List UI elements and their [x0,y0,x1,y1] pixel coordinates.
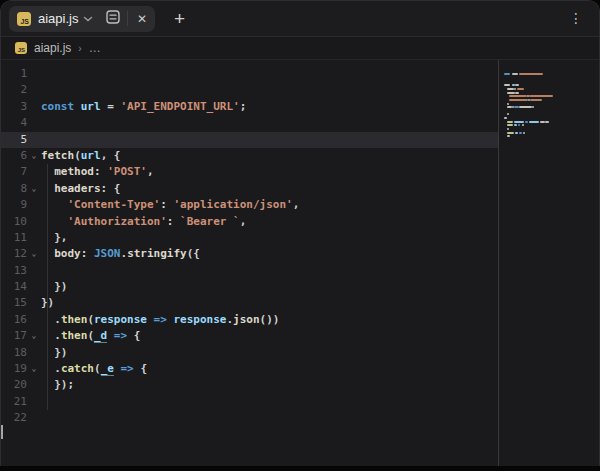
code-line[interactable]: 22 [1,410,498,426]
fold-chevron-icon[interactable]: ⌄ [27,361,41,377]
fold-chevron-icon[interactable]: ⌄ [27,148,41,164]
minimap-line [512,73,518,75]
code-token: , [147,165,154,178]
code-line[interactable]: 10 'Authorization': `Bearer `, [1,214,498,230]
fold-gutter-spacer [27,66,41,82]
fold-chevron-icon[interactable]: ⌄ [27,328,41,344]
code-line[interactable]: 2 [1,82,498,98]
fold-gutter-spacer [27,197,41,213]
fold-gutter-spacer [27,82,41,98]
code-text: .then(response => response.json()) [41,312,498,328]
minimap[interactable] [499,60,599,466]
line-number: 16 [1,312,27,328]
line-number: 14 [1,279,27,295]
editor-window: JS aiapi.js ✕ + ⋮ JS aiapi.js › … 123con [0,0,600,466]
code-token: 'POST' [107,165,147,178]
tab-label: aiapi.js [38,11,78,26]
code-token [41,215,68,228]
minimap-line [514,124,517,126]
fold-gutter-spacer [27,312,41,328]
minimap-line [504,73,510,75]
code-token: = [101,100,121,113]
code-token: { [134,329,141,342]
code-token: , [240,215,247,228]
code-line[interactable]: 17⌄ .then(_d => { [1,328,498,344]
code-text: fetch(url, { [41,148,498,164]
fold-chevron-icon[interactable]: ⌄ [27,246,41,262]
code-line[interactable]: 12⌄ body: JSON.stringify({ [1,246,498,262]
code-editor[interactable]: 123const url = 'API_ENDPOINT_URL';456⌄fe… [1,60,599,466]
code-token: then [61,313,88,326]
code-line[interactable]: 3const url = 'API_ENDPOINT_URL'; [1,99,498,115]
code-line[interactable]: 21 [1,394,498,410]
code-line[interactable]: 19⌄ .catch(_e => { [1,361,498,377]
minimap-line [507,128,510,130]
minimap-line [517,88,525,90]
code-text [41,263,498,279]
code-token: ( [94,362,101,375]
code-line[interactable]: 14 }) [1,279,498,295]
line-number: 9 [1,197,27,213]
code-token: }) [41,346,68,359]
kebab-menu-icon[interactable]: ⋮ [566,8,586,28]
breadcrumb-file[interactable]: aiapi.js [34,41,71,55]
editor-preview-icon[interactable] [106,10,120,28]
breadcrumb-symbol-ellipsis[interactable]: … [89,41,102,55]
code-line[interactable]: 4 [1,115,498,131]
code-line[interactable]: 1 [1,66,498,82]
minimap-line [515,84,519,86]
code-text: }) [41,295,498,311]
code-token: _d [94,329,107,343]
code-token: 'Authorization' [68,215,167,228]
code-token: , { [101,149,121,162]
new-tab-button[interactable]: + [168,8,190,30]
line-number: 3 [1,99,27,115]
tab-aiapi-js[interactable]: JS aiapi.js ✕ [9,6,155,32]
code-line[interactable]: 7 method: 'POST', [1,164,498,180]
minimap-line [507,103,510,105]
line-number: 17 [1,328,27,344]
line-number: 8 [1,181,27,197]
code-text [41,394,498,410]
code-text: }, [41,230,498,246]
fold-gutter-spacer [27,263,41,279]
fold-chevron-icon[interactable]: ⌄ [27,181,41,197]
code-token: 'application/json' [173,198,292,211]
code-token: ( [87,313,94,326]
chevron-down-icon[interactable] [83,15,93,23]
code-line[interactable]: 15}) [1,295,498,311]
close-tab-icon[interactable]: ✕ [128,6,155,32]
code-token: => [147,313,174,326]
code-line[interactable]: 9 'Content-Type': 'application/json', [1,197,498,213]
code-line[interactable]: 5 [1,132,498,148]
line-number: 6 [1,148,27,164]
code-line[interactable]: 11 }, [1,230,498,246]
minimap-line [507,92,516,94]
minimap-line [515,92,519,94]
fold-gutter-spacer [27,132,41,148]
minimap-line [545,121,549,123]
code-line[interactable]: 16 .then(response => response.json()) [1,312,498,328]
line-number: 21 [1,394,27,410]
code-line[interactable]: 13 [1,263,498,279]
code-token: ; [240,100,247,113]
code-text [41,66,498,82]
code-line[interactable]: 6⌄fetch(url, { [1,148,498,164]
line-number: 4 [1,115,27,131]
code-line[interactable]: 20 }); [1,377,498,393]
line-number: 15 [1,295,27,311]
code-token: method [54,165,94,178]
minimap-line [507,106,512,108]
line-number: 13 [1,263,27,279]
code-token: { [140,362,147,375]
fold-gutter-spacer [27,345,41,361]
breadcrumb-separator-icon: › [78,43,81,54]
code-pane[interactable]: 123const url = 'API_ENDPOINT_URL';456⌄fe… [1,60,498,466]
code-line[interactable]: 18 }) [1,345,498,361]
code-line[interactable]: 8⌄ headers: { [1,181,498,197]
fold-gutter-spacer [27,394,41,410]
minimap-line [525,121,528,123]
minimap-line [514,88,516,90]
javascript-file-icon: JS [15,42,27,54]
code-text [41,132,498,148]
